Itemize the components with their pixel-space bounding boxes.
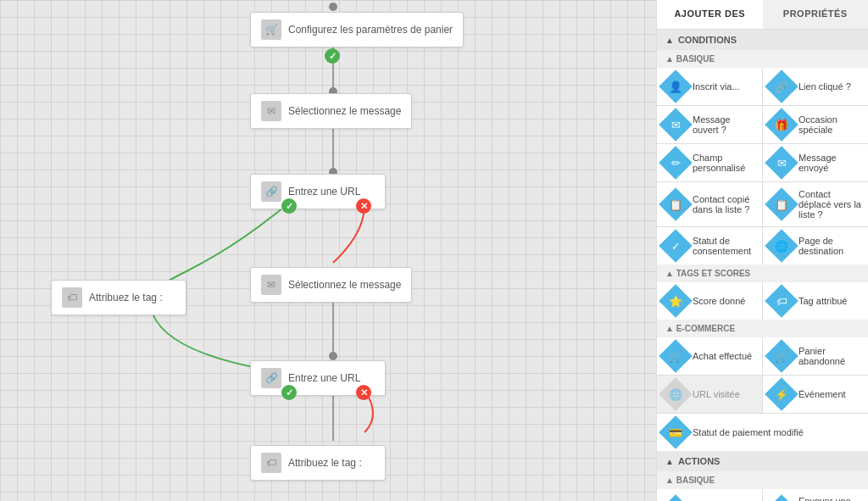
cond-label: Message ouvert ? [693,114,755,135]
arrow-basique2: ▲ [665,476,676,485]
icon-msg-env: ✉ [765,146,798,180]
arrow-tags: ▲ [665,269,676,278]
section-conditions-label: CONDITIONS [678,35,737,45]
conditions-ecommerce-grid: 🛒 Achat effectué 🛒 Panier abandonné 🌐 UR… [657,337,868,451]
arrow-basique1: ▲ [665,54,676,64]
status-red-6: ✕ [356,385,371,400]
icon-msg-ouvert: ✉ [659,108,693,142]
status-green-3: ✓ [281,198,297,214]
cond-contact-copie[interactable]: 📋 Contact copié dans la liste ? [657,182,762,226]
icon-paiement: 💳 [659,415,693,449]
subsection-basique-1[interactable]: ▲ BASIQUE [657,50,868,68]
node-configurez-panier[interactable]: 🛒 Configurez les paramètres de panier [250,12,464,47]
subsection-ecommerce-label: E-COMMERCE [676,324,735,333]
cond-statut-paiement[interactable]: 💳 Statut de paiement modifié [657,414,868,451]
cond-label: Occasion spéciale [798,114,861,135]
icon-lien: 🔗 [765,70,798,103]
right-panel: AJOUTER DES PROPRIÉTÉS ▲ CONDITIONS ▲ BA… [656,0,868,501]
section-conditions[interactable]: ▲ CONDITIONS [657,30,868,50]
icon-event: ⚡ [765,377,798,411]
section-actions[interactable]: ▲ ACTIONS [657,451,868,471]
cond-label: Statut de consentement [693,236,755,256]
cond-label: Événement [798,389,846,399]
cond-label: Panier abandonné [798,346,861,366]
cond-label: URL visitée [693,389,740,399]
connections-svg [0,0,656,501]
node-attribuez-tag-2[interactable]: 🏷 Attribuez le tag : [250,445,386,481]
action-envoyer-msg[interactable]: ✉ Envoyer message [657,489,762,501]
icon-achat: 🛒 [659,339,693,373]
cond-label: Inscrit via... [693,81,740,92]
arrow-ecommerce: ▲ [665,324,676,333]
cond-inscrit-via[interactable]: 👤 Inscrit via... [657,68,762,105]
svg-point-5 [329,352,337,360]
cond-occasion[interactable]: 🎁 Occasion spéciale [763,106,868,143]
cond-label: Statut de paiement modifié [693,427,804,437]
action-notif-push[interactable]: 🔔 Envoyer une notification push [763,489,868,501]
node-label: Attribuez le tag : [89,292,163,303]
node-icon-tag-1: 🏷 [62,287,82,308]
node-label: Configurez les paramètres de panier [288,24,453,36]
icon-page: 🌐 [765,229,798,263]
status-red-3: ✕ [356,198,371,214]
icon-score: ⭐ [659,284,693,318]
action-label: Envoyer une notification push [798,496,861,501]
tab-proprietes[interactable]: PROPRIÉTÉS [763,0,869,29]
cond-label: Contact copié dans la liste ? [693,194,755,214]
section-actions-label: ACTIONS [678,456,721,466]
node-label: Sélectionnez le message [288,279,401,291]
icon-tag: 🏷 [765,284,798,318]
icon-envoyer-msg: ✉ [659,494,693,501]
cond-url-visitee[interactable]: 🌐 URL visitée [657,376,762,413]
cond-evenement[interactable]: ⚡ Événement [763,376,868,413]
cond-label: Page de destination [798,236,861,256]
cond-page-destination[interactable]: 🌐 Page de destination [763,227,868,264]
node-icon-tag-2: 🏷 [261,453,281,473]
status-green-6: ✓ [281,385,297,400]
node-label: Entrez une URL [288,372,360,384]
cond-statut-consentement[interactable]: ✓ Statut de consentement [657,227,762,264]
subsection-tags-label: TAGS ET SCORES [676,269,751,278]
node-icon-link: 🔗 [261,181,281,202]
cond-label: Achat effectué [693,351,752,361]
cond-contact-deplace[interactable]: 📋 Contact déplacé vers la liste ? [763,182,868,226]
conditions-basique-grid: 👤 Inscrit via... 🔗 Lien cliqué ? ✉ Messa… [657,68,868,264]
icon-url: 🌐 [659,377,693,411]
cond-label: Tag attribué [798,296,847,306]
node-icon-cart: 🛒 [261,19,281,40]
icon-notif-push: 🔔 [765,494,798,501]
node-attribuez-tag-1[interactable]: 🏷 Attribuez le tag : [51,280,186,315]
node-label: Sélectionnez le message [288,105,401,117]
cond-msg-envoye[interactable]: ✉ Message envoyé [763,144,868,181]
cond-achat[interactable]: 🛒 Achat effectué [657,337,762,375]
cond-score[interactable]: ⭐ Score donné [657,282,762,320]
cond-champ-perso[interactable]: ✏ Champ personnalisé [657,144,762,181]
subsection-tags[interactable]: ▲ TAGS ET SCORES [657,264,868,282]
subsection-ecommerce[interactable]: ▲ E-COMMERCE [657,320,868,337]
cond-label: Message envoyé [798,153,861,173]
cond-label: Champ personnalisé [693,153,755,173]
tab-ajouter[interactable]: AJOUTER DES [657,0,763,29]
node-selectionnez-message-2[interactable]: ✉ Sélectionnez le message [250,267,412,303]
actions-basique-grid: ✉ Envoyer message 🔔 Envoyer une notifica… [657,489,868,501]
subsection-basique-2[interactable]: ▲ BASIQUE [657,471,868,489]
node-label: Entrez une URL [288,186,360,198]
icon-champ: ✏ [659,146,693,180]
icon-consentement: ✓ [659,229,693,263]
conditions-tags-grid: ⭐ Score donné 🏷 Tag attribué [657,282,868,320]
cond-panier[interactable]: 🛒 Panier abandonné [763,337,868,375]
node-icon-mail-2: ✉ [261,275,281,295]
icon-contact-copie: 📋 [659,187,693,221]
arrow-conditions: ▲ [665,36,674,45]
svg-point-0 [329,3,337,11]
cond-label: Lien cliqué ? [798,81,851,92]
cond-message-ouvert[interactable]: ✉ Message ouvert ? [657,106,762,143]
cond-lien-clique[interactable]: 🔗 Lien cliqué ? [763,68,868,105]
arrow-actions: ▲ [665,457,674,466]
cond-tag[interactable]: 🏷 Tag attribué [763,282,868,320]
workflow-canvas[interactable]: 🛒 Configurez les paramètres de panier ✓ … [0,0,656,501]
cond-label: Contact déplacé vers la liste ? [798,189,861,220]
status-green-1: ✓ [325,48,340,64]
cond-label: Score donné [693,296,745,306]
node-selectionnez-message-1[interactable]: ✉ Sélectionnez le message [250,93,412,129]
